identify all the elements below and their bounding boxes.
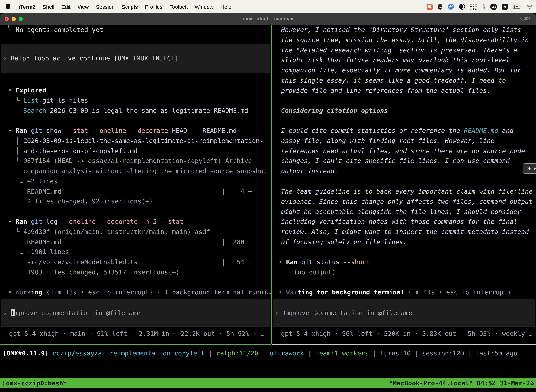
reasoning-heading: Considering citation options	[272, 106, 536, 116]
screen-tooltip: Scre	[523, 163, 536, 173]
menu-item-session[interactable]: Session	[92, 4, 118, 10]
menu-bar: iTerm2 Shell Edit View Session Scripts P…	[0, 0, 536, 13]
keyboard-layout-icon[interactable]: A	[502, 4, 508, 10]
chat-app-icon[interactable]	[426, 4, 432, 10]
ran-git-status-section: • Ran git status --short └ (no output)	[272, 257, 536, 277]
agents-line: └ No agents completed yet	[0, 25, 271, 35]
title-bar[interactable]: omx --xhigh --madmax ⌥⌘1	[0, 13, 536, 25]
window-title: omx --xhigh --madmax	[0, 13, 536, 25]
working-status-line: • Working (11m 13s • esc to interrupt) ·…	[0, 287, 271, 298]
right-pane[interactable]: However, I noticed the "Directory Struct…	[272, 25, 536, 344]
inject-banner: › Ralph loop active continue [OMX_TMUX_I…	[1, 44, 270, 73]
terminal: └ No agents completed yet › Ralph loop a…	[0, 25, 536, 392]
prompt-input-right[interactable]: › Improve documentation in @filename	[273, 299, 535, 327]
menu-item-window[interactable]: Window	[191, 4, 217, 10]
pane-bottom-border-active	[0, 344, 271, 345]
menu-item-edit[interactable]: Edit	[58, 4, 74, 10]
battery-charging-icon[interactable]	[513, 5, 522, 9]
model-status-right: gpt-5.4 xhigh · 96% left · 520K in · 5.8…	[272, 329, 536, 339]
model-status-left: gpt-5.4 xhigh · main · 91% left · 2.31M …	[0, 329, 271, 339]
count-badge-icon[interactable]: ..61	[490, 3, 497, 10]
menu-item-help[interactable]: Help	[217, 4, 235, 10]
iterm-window: omx --xhigh --madmax ⌥⌘1 └ No agents com…	[0, 13, 536, 392]
waiting-status-line: • Waiting for background terminal (1m 41…	[272, 287, 536, 298]
shield-grid-icon[interactable]	[437, 4, 443, 10]
reasoning-paragraph-3: The team guideline is to back every impo…	[272, 187, 536, 247]
wifi-icon[interactable]	[526, 4, 533, 9]
tmux-session-label: [omx-cczip0:bash*	[2, 379, 67, 387]
tmux-host-clock: "MacBook-Pro-44.local" 04:52 31-Mar-26	[389, 379, 534, 387]
menu-item-profiles[interactable]: Profiles	[141, 4, 166, 10]
pane-bottom-border-inactive	[272, 344, 536, 345]
menu-item-shell[interactable]: Shell	[39, 4, 58, 10]
apple-menu[interactable]	[0, 3, 15, 10]
explored-section: • Explored └ List git ls-files Search 20…	[0, 85, 271, 116]
reasoning-paragraph-2: I could cite commit statistics or refere…	[272, 126, 536, 176]
menu-item-iterm2[interactable]: iTerm2	[15, 4, 39, 10]
window-shortcut: ⌥⌘1	[518, 13, 531, 25]
tmux-status-bar: [omx-cczip0:bash* "MacBook-Pro-44.local"…	[0, 378, 536, 388]
apple-icon	[6, 3, 11, 10]
menu-item-scripts[interactable]: Scripts	[118, 4, 141, 10]
crescent-app-icon[interactable]	[459, 4, 465, 10]
ran-git-show-section: • Ran git show --stat --oneline --decora…	[0, 126, 271, 206]
menu-status-icons: § ..61 A	[426, 3, 536, 10]
reasoning-paragraph-1: However, I noticed the "Directory Struct…	[272, 25, 536, 96]
menu-item-toolbelt[interactable]: Toolbelt	[166, 4, 191, 10]
left-pane[interactable]: └ No agents completed yet › Ralph loop a…	[0, 25, 271, 344]
prompt-input-left[interactable]: › Improve documentation in @filename	[1, 299, 270, 327]
sync-badge-icon[interactable]	[448, 4, 454, 10]
squiggle-icon[interactable]: §	[482, 3, 485, 10]
menu-item-view[interactable]: View	[74, 4, 92, 10]
ran-git-log-section: • Ran git log --oneline --decorate -n 5 …	[0, 217, 271, 277]
dots-grid-icon[interactable]	[470, 3, 478, 10]
omx-status-line: [OMX#0.11.9] cczip/essay/ai-reimplementa…	[0, 348, 536, 359]
desktop: iTerm2 Shell Edit View Session Scripts P…	[0, 0, 536, 392]
